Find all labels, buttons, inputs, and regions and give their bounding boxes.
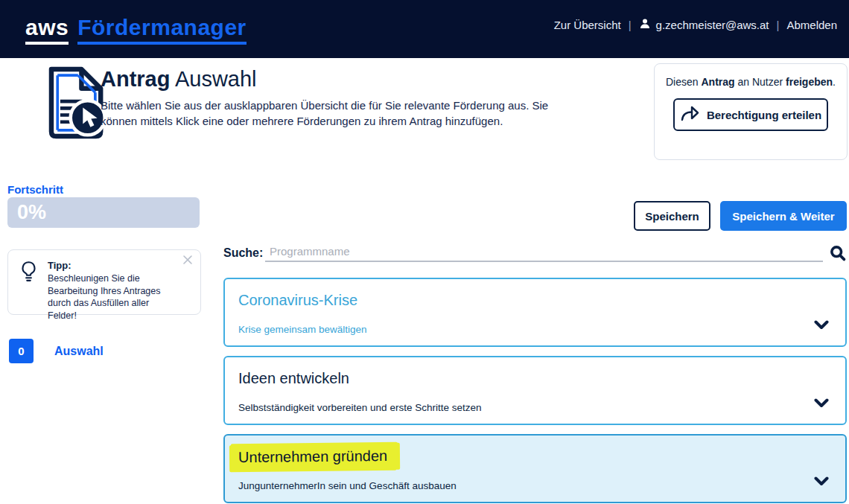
page-title-rest: Auswahl — [170, 67, 256, 91]
nav-separator: | — [777, 19, 780, 31]
page-title-bold: Antrag — [101, 67, 170, 91]
tip-body: Beschleunigen Sie die Bearbeitung Ihres … — [48, 272, 180, 322]
close-icon[interactable] — [181, 253, 194, 267]
accordion-unternehmen-gruenden[interactable]: Unternehmen gründen JungunternehmerIn se… — [223, 434, 847, 503]
nav-separator: | — [629, 19, 632, 31]
accordion-coronavirus-krise[interactable]: Coronavirus-Krise Krise gemeinsam bewält… — [223, 278, 847, 347]
search-icon[interactable] — [829, 244, 847, 262]
progress-label: Fortschritt — [7, 183, 63, 196]
tip-box: Tipp: Beschleunigen Sie die Bearbeitung … — [7, 249, 201, 315]
chevron-down-icon[interactable] — [814, 476, 829, 485]
panel-subtitle: Krise gemeinsam bewältigen — [238, 324, 367, 335]
selection-label: Auswahl — [54, 345, 104, 358]
app-logo[interactable]: aws Fördermanager — [25, 15, 247, 45]
share-text-part: an Nutzer — [735, 76, 786, 88]
top-navbar: aws Fördermanager Zur Übersicht | g.zech… — [0, 0, 849, 58]
nav-overview-link[interactable]: Zur Übersicht — [554, 19, 621, 31]
share-text-part: . — [833, 76, 836, 88]
chevron-down-icon[interactable] — [814, 319, 829, 329]
progress-bar: 0% — [7, 197, 200, 228]
tip-content: Tipp: Beschleunigen Sie die Bearbeitung … — [48, 260, 180, 307]
user-account[interactable]: g.zechmeister@aws.at — [639, 18, 769, 32]
logo-app-name: Fördermanager — [77, 15, 247, 45]
panel-subtitle: JungunternehmerIn sein und Geschäft ausb… — [238, 480, 457, 491]
search-bar: Suche: — [223, 243, 847, 262]
highlighted-title: Unternehmen gründen — [231, 442, 398, 470]
logout-link[interactable]: Abmelden — [786, 19, 837, 31]
save-and-next-button[interactable]: Speichern & Weiter — [720, 201, 847, 231]
chevron-down-icon[interactable] — [814, 398, 829, 407]
grant-permission-label: Berechtigung erteilen — [707, 109, 821, 121]
grant-permission-button[interactable]: Berechtigung erteilen — [673, 98, 828, 131]
page: aws Fördermanager Zur Übersicht | g.zech… — [0, 0, 849, 504]
share-text-part: Antrag — [701, 76, 734, 88]
selection-count-badge: 0 — [9, 339, 34, 363]
selection-counter: 0 Auswahl — [9, 339, 104, 363]
user-icon — [639, 18, 651, 32]
panel-subtitle: Selbstständigkeit vorbereiten und erste … — [238, 402, 481, 413]
panel-title: Coronavirus-Krise — [238, 292, 801, 309]
lightbulb-icon — [19, 260, 39, 307]
accordion-ideen-entwickeln[interactable]: Ideen entwickeln Selbstständigkeit vorbe… — [223, 356, 847, 425]
share-arrow-icon — [680, 106, 699, 124]
search-label: Suche: — [223, 246, 265, 262]
share-text-part: freigeben — [786, 76, 833, 88]
panel-title: Ideen entwickeln — [238, 370, 801, 387]
share-text: Diesen Antrag an Nutzer freigeben. — [665, 76, 836, 88]
share-text-part: Diesen — [666, 76, 701, 88]
page-description: Bitte wählen Sie aus der ausklappbaren Ü… — [101, 98, 552, 129]
save-button[interactable]: Speichern — [634, 201, 710, 231]
page-title: Antrag Auswahl — [101, 67, 257, 92]
header-nav: Zur Übersicht | g.zechmeister@aws.at | A… — [554, 18, 837, 32]
share-application-box: Diesen Antrag an Nutzer freigeben. Berec… — [654, 63, 848, 160]
user-email: g.zechmeister@aws.at — [656, 19, 769, 31]
search-input[interactable] — [265, 245, 823, 262]
tip-title: Tipp: — [48, 260, 180, 271]
panel-title: Unternehmen gründen — [238, 448, 801, 470]
logo-aws: aws — [25, 15, 69, 45]
